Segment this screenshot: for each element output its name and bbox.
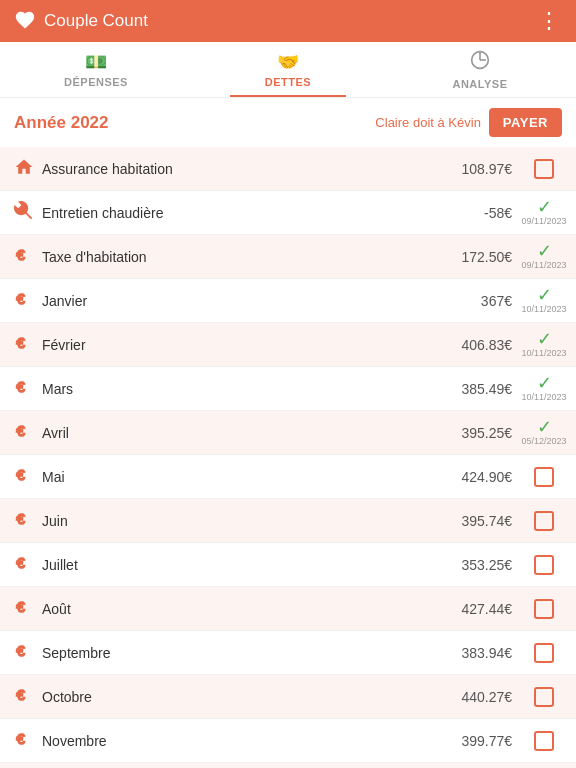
- checkmark-date: 09/11/2023: [521, 260, 566, 271]
- row-status[interactable]: [526, 467, 562, 487]
- row-icon: €: [14, 553, 42, 577]
- tab-analyse[interactable]: ANALYSE: [384, 42, 576, 97]
- debt-row[interactable]: €Décembre440.27€: [0, 763, 576, 768]
- row-amount: 367€: [422, 293, 512, 309]
- debt-row[interactable]: €Juin395.74€: [0, 499, 576, 543]
- debt-row[interactable]: €Taxe d'habitation172.50€ ✓ 09/11/2023: [0, 235, 576, 279]
- row-status[interactable]: [526, 643, 562, 663]
- checkbox-empty[interactable]: [534, 555, 554, 575]
- row-label: Taxe d'habitation: [42, 249, 422, 265]
- checkbox-empty[interactable]: [534, 511, 554, 531]
- debt-row[interactable]: €Mars385.49€ ✓ 10/11/2023: [0, 367, 576, 411]
- row-label: Juillet: [42, 557, 422, 573]
- row-label: Novembre: [42, 733, 422, 749]
- checkmark-date: 10/11/2023: [521, 392, 566, 403]
- row-status[interactable]: ✓ 10/11/2023: [526, 286, 562, 315]
- tab-dettes[interactable]: 🤝 DETTES: [192, 42, 384, 97]
- row-amount: 383.94€: [422, 645, 512, 661]
- checkbox-empty[interactable]: [534, 599, 554, 619]
- checkmark: ✓ 09/11/2023: [521, 242, 566, 271]
- row-status[interactable]: [526, 159, 562, 179]
- row-label: Juin: [42, 513, 422, 529]
- checkbox-empty[interactable]: [534, 731, 554, 751]
- row-icon: [14, 157, 42, 181]
- svg-text:€: €: [17, 686, 26, 703]
- svg-text:€: €: [17, 510, 26, 527]
- tab-dettes-label: DETTES: [265, 76, 311, 88]
- row-status[interactable]: ✓ 09/11/2023: [526, 242, 562, 271]
- checkmark: ✓ 10/11/2023: [521, 286, 566, 315]
- dettes-icon: 🤝: [277, 51, 300, 73]
- row-amount: 395.25€: [422, 425, 512, 441]
- tab-depenses-label: DÉPENSES: [64, 76, 128, 88]
- svg-text:€: €: [17, 334, 26, 351]
- debt-info: Claire doit à Kévin: [375, 115, 481, 130]
- debt-row[interactable]: €Février406.83€ ✓ 10/11/2023: [0, 323, 576, 367]
- checkbox-empty[interactable]: [534, 159, 554, 179]
- row-label: Mai: [42, 469, 422, 485]
- checkmark-date: 09/11/2023: [521, 216, 566, 227]
- checkmark-date: 10/11/2023: [521, 348, 566, 359]
- row-amount: 427.44€: [422, 601, 512, 617]
- checkbox-empty[interactable]: [534, 467, 554, 487]
- heart-icon: [14, 9, 36, 34]
- debt-row[interactable]: €Juillet353.25€: [0, 543, 576, 587]
- row-status[interactable]: ✓ 09/11/2023: [526, 198, 562, 227]
- row-icon: [14, 201, 42, 225]
- row-status[interactable]: [526, 687, 562, 707]
- tab-analyse-label: ANALYSE: [452, 78, 507, 90]
- row-amount: 399.77€: [422, 733, 512, 749]
- tab-depenses[interactable]: 💵 DÉPENSES: [0, 42, 192, 97]
- checkmark-tick: ✓: [537, 286, 552, 304]
- debt-row[interactable]: €Janvier367€ ✓ 10/11/2023: [0, 279, 576, 323]
- row-label: Février: [42, 337, 422, 353]
- checkmark-tick: ✓: [537, 374, 552, 392]
- row-label: Assurance habitation: [42, 161, 422, 177]
- analyse-icon: [470, 50, 490, 75]
- debt-row[interactable]: €Août427.44€: [0, 587, 576, 631]
- svg-text:€: €: [17, 378, 26, 395]
- row-label: Octobre: [42, 689, 422, 705]
- debt-row[interactable]: €Novembre399.77€: [0, 719, 576, 763]
- debt-row[interactable]: €Octobre440.27€: [0, 675, 576, 719]
- debt-row[interactable]: Assurance habitation108.97€: [0, 147, 576, 191]
- row-amount: 395.74€: [422, 513, 512, 529]
- debt-row[interactable]: €Mai424.90€: [0, 455, 576, 499]
- row-icon: €: [14, 465, 42, 489]
- row-status[interactable]: ✓ 05/12/2023: [526, 418, 562, 447]
- row-status[interactable]: ✓ 10/11/2023: [526, 374, 562, 403]
- row-status[interactable]: [526, 555, 562, 575]
- svg-text:€: €: [17, 598, 26, 615]
- tab-bar: 💵 DÉPENSES 🤝 DETTES ANALYSE: [0, 42, 576, 98]
- more-icon[interactable]: ⋮: [538, 8, 562, 34]
- row-icon: €: [14, 685, 42, 709]
- sub-header: Année 2022 Claire doit à Kévin PAYER: [0, 98, 576, 147]
- row-status[interactable]: [526, 731, 562, 751]
- row-icon: €: [14, 597, 42, 621]
- row-status[interactable]: ✓ 10/11/2023: [526, 330, 562, 359]
- row-amount: 440.27€: [422, 689, 512, 705]
- checkbox-empty[interactable]: [534, 643, 554, 663]
- checkmark: ✓ 10/11/2023: [521, 374, 566, 403]
- checkbox-empty[interactable]: [534, 687, 554, 707]
- row-amount: 385.49€: [422, 381, 512, 397]
- checkmark-tick: ✓: [537, 418, 552, 436]
- row-status[interactable]: [526, 511, 562, 531]
- debt-list: Assurance habitation108.97€Entretien cha…: [0, 147, 576, 768]
- row-amount: -58€: [422, 205, 512, 221]
- row-icon: €: [14, 377, 42, 401]
- row-icon: €: [14, 641, 42, 665]
- debt-row[interactable]: €Septembre383.94€: [0, 631, 576, 675]
- row-label: Septembre: [42, 645, 422, 661]
- row-status[interactable]: [526, 599, 562, 619]
- debt-row[interactable]: €Avril395.25€ ✓ 05/12/2023: [0, 411, 576, 455]
- app-header: Couple Count ⋮: [0, 0, 576, 42]
- app-header-left: Couple Count: [14, 9, 148, 34]
- debt-row[interactable]: Entretien chaudière-58€ ✓ 09/11/2023: [0, 191, 576, 235]
- svg-text:€: €: [17, 290, 26, 307]
- row-icon: €: [14, 421, 42, 445]
- row-icon: €: [14, 245, 42, 269]
- svg-text:€: €: [17, 466, 26, 483]
- row-icon: €: [14, 729, 42, 753]
- pay-button[interactable]: PAYER: [489, 108, 562, 137]
